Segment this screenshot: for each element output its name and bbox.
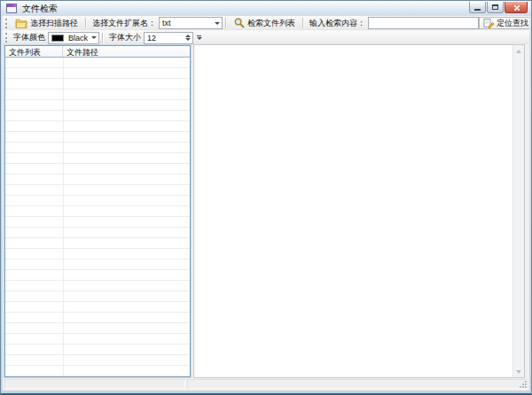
resize-grip[interactable] — [519, 380, 527, 388]
chevron-down-icon — [212, 18, 222, 28]
select-scan-path-button[interactable]: 选择扫描路径 — [11, 17, 82, 29]
locate-find-button[interactable]: 定位查找 — [479, 17, 529, 29]
scroll-up-button[interactable] — [513, 45, 524, 57]
file-list-header: 文件列表 文件路径 — [5, 46, 190, 58]
folder-icon — [15, 18, 27, 28]
font-size-value: 12 — [145, 33, 184, 43]
ext-label: 选择文件扩展名： — [90, 18, 159, 29]
locate-find-label: 定位查找 — [497, 18, 528, 29]
status-panel-right — [187, 379, 527, 389]
minimize-icon — [474, 9, 481, 11]
ext-combobox[interactable]: txt — [159, 17, 223, 29]
magnifier-icon — [234, 18, 245, 28]
font-size-label: 字体大小 — [106, 32, 144, 43]
font-color-label: 字体颜色 — [11, 32, 48, 43]
content-textbox[interactable] — [193, 44, 525, 378]
arrow-up-icon — [516, 50, 521, 53]
search-content-input[interactable] — [368, 17, 479, 29]
toolbar-separator — [225, 18, 227, 28]
main-toolbar: 选择扫描路径 选择文件扩展名： txt 检索文件列表 输入检索内容： — [3, 16, 529, 30]
search-file-list-button[interactable]: 检索文件列表 — [230, 17, 300, 29]
titlebar[interactable]: 文件检索 — [1, 1, 531, 16]
status-panel-left — [4, 379, 185, 389]
toolbar-grip[interactable] — [5, 19, 8, 28]
toolbar-separator — [302, 18, 304, 28]
file-list-body[interactable] — [5, 58, 190, 376]
maximize-icon — [492, 4, 498, 10]
column-header-file-list[interactable]: 文件列表 — [5, 46, 63, 57]
color-swatch — [51, 35, 64, 42]
search-content-label: 输入检索内容： — [307, 18, 368, 29]
close-icon — [512, 4, 520, 12]
minimize-button[interactable] — [469, 2, 486, 13]
toolbar-separator — [102, 33, 104, 43]
scroll-down-button[interactable] — [513, 366, 524, 377]
chevron-down-icon — [89, 33, 98, 43]
toolbar-overflow-icon[interactable] — [195, 33, 203, 43]
maximize-button[interactable] — [487, 2, 504, 13]
window-controls — [469, 2, 528, 13]
app-icon — [6, 4, 17, 13]
spin-down-button[interactable] — [184, 38, 192, 42]
client-area: 选择扫描路径 选择文件扩展名： txt 检索文件列表 输入检索内容： — [3, 16, 529, 391]
window-title: 文件检索 — [22, 1, 58, 16]
status-bar — [4, 378, 528, 390]
find-edit-icon — [483, 18, 494, 28]
search-file-list-label: 检索文件列表 — [247, 18, 295, 29]
arrow-down-icon — [516, 370, 521, 374]
file-list: 文件列表 文件路径 — [4, 45, 191, 377]
toolbar-separator — [85, 18, 87, 28]
column-header-file-path[interactable]: 文件路径 — [63, 46, 190, 57]
vertical-scrollbar[interactable] — [512, 45, 524, 377]
select-scan-path-label: 选择扫描路径 — [30, 18, 78, 29]
font-color-combobox[interactable]: Black — [48, 32, 99, 44]
font-color-value: Black — [66, 34, 89, 43]
spinner-buttons — [184, 33, 192, 43]
ext-combobox-value: txt — [160, 19, 212, 27]
toolbar-grip[interactable] — [5, 33, 8, 43]
format-toolbar: 字体颜色 Black 字体大小 12 — [3, 30, 529, 44]
font-size-stepper[interactable]: 12 — [144, 32, 193, 44]
column-divider — [63, 58, 64, 376]
app-window: 文件检索 选择扫描路径 选择文件扩展名： txt — [0, 0, 532, 395]
close-button[interactable] — [505, 2, 528, 13]
